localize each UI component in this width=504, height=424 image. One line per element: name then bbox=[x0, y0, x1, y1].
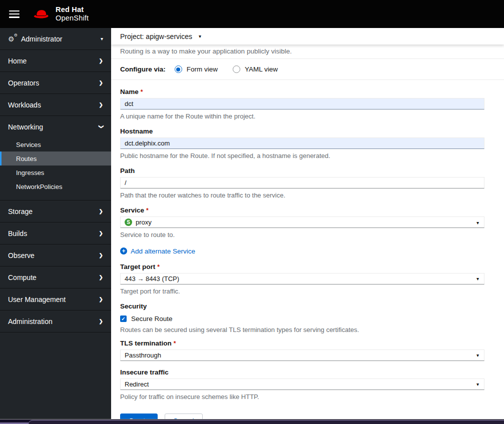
project-selector[interactable]: Project: apigw-services ▾ bbox=[111, 28, 504, 44]
sidebar-item-ingresses[interactable]: Ingresses bbox=[0, 166, 111, 180]
radio-yaml-view[interactable]: YAML view bbox=[233, 66, 278, 73]
checkbox-checked-icon[interactable]: ✓ bbox=[120, 316, 127, 322]
chevron-right-icon: ❯ bbox=[99, 102, 103, 108]
tls-termination-select-value: Passthrough bbox=[125, 352, 161, 359]
configure-via-label: Configure via: bbox=[120, 66, 166, 73]
insecure-traffic-select-value: Redirect bbox=[125, 380, 149, 388]
chevron-right-icon: ❯ bbox=[99, 252, 103, 258]
nav-toggle-hamburger-icon[interactable] bbox=[9, 10, 20, 18]
required-asterisk: * bbox=[141, 88, 143, 96]
service-help: Service to route to. bbox=[120, 231, 484, 238]
tls-termination-label: TLS termination * bbox=[120, 340, 484, 347]
sidebar-item-compute[interactable]: Compute ❯ bbox=[0, 266, 111, 288]
brand-name-line2: OpenShift bbox=[56, 14, 89, 22]
brand-name-line1: Red Hat bbox=[56, 6, 89, 14]
sidebar-item-services[interactable]: Services bbox=[0, 138, 111, 152]
tls-termination-field-group: TLS termination * Passthrough ▾ bbox=[120, 340, 484, 361]
insecure-traffic-select[interactable]: Redirect ▾ bbox=[120, 378, 484, 390]
sidebar-item-storage[interactable]: Storage ❯ bbox=[0, 200, 111, 222]
sidebar-item-observe[interactable]: Observe ❯ bbox=[0, 244, 111, 266]
required-asterisk: * bbox=[157, 264, 160, 270]
caret-down-icon: ▾ bbox=[199, 34, 201, 39]
target-port-field-group: Target port * 443 → 8443 (TCP) ▾ Target … bbox=[120, 263, 484, 295]
perspective-switcher-administrator[interactable]: ⚙ ⚙ Administrator ▾ bbox=[0, 28, 111, 50]
service-select[interactable]: S proxy ▾ bbox=[120, 216, 484, 228]
page-description: Routing is a way to make your applicatio… bbox=[111, 44, 504, 59]
sidebar-item-routes[interactable]: Routes bbox=[0, 152, 111, 166]
chevron-down-icon: ❯ bbox=[98, 124, 104, 128]
chevron-right-icon: ❯ bbox=[99, 318, 103, 324]
window-bottom-edge bbox=[0, 419, 504, 424]
sidebar-item-workloads[interactable]: Workloads ❯ bbox=[0, 94, 111, 116]
caret-down-icon: ▾ bbox=[476, 220, 479, 225]
name-label: Name * bbox=[120, 88, 484, 96]
chevron-right-icon: ❯ bbox=[99, 230, 103, 236]
name-field-group: Name * A unique name for the Route withi… bbox=[120, 88, 484, 120]
sidebar-item-builds[interactable]: Builds ❯ bbox=[0, 222, 111, 244]
main-content: Project: apigw-services ▾ Routing is a w… bbox=[111, 28, 504, 419]
hostname-input[interactable] bbox=[120, 138, 484, 149]
chevron-right-icon: ❯ bbox=[99, 296, 103, 302]
red-hat-fedora-icon bbox=[33, 8, 51, 20]
target-port-label: Target port * bbox=[120, 263, 484, 270]
networking-subnav: Services Routes Ingresses NetworkPolicie… bbox=[0, 138, 111, 200]
required-asterisk: * bbox=[174, 340, 176, 347]
service-label: Service * bbox=[120, 206, 484, 214]
sidebar-item-home[interactable]: Home ❯ bbox=[0, 50, 111, 72]
radio-selected-icon bbox=[175, 66, 182, 73]
insecure-traffic-help: Policy for traffic on insecure schemes l… bbox=[120, 393, 484, 400]
perspective-label: Administrator bbox=[21, 35, 62, 43]
sidebar-item-operators[interactable]: Operators ❯ bbox=[0, 72, 111, 94]
gears-icon: ⚙ ⚙ bbox=[8, 35, 17, 42]
security-help: Routes can be secured using several TLS … bbox=[120, 326, 484, 334]
masthead: Red Hat OpenShift bbox=[0, 0, 504, 28]
chevron-right-icon: ❯ bbox=[99, 58, 103, 64]
service-resource-badge-icon: S bbox=[125, 218, 132, 226]
name-input[interactable] bbox=[120, 98, 484, 110]
sidebar-nav: ⚙ ⚙ Administrator ▾ Home ❯ Operators ❯ W… bbox=[0, 28, 111, 419]
secure-route-checkbox-row[interactable]: ✓ Secure Route bbox=[120, 315, 484, 322]
caret-down-icon: ▾ bbox=[476, 382, 479, 387]
security-section: Security ✓ Secure Route Routes can be se… bbox=[120, 302, 484, 334]
plus-circle-icon: + bbox=[120, 248, 127, 254]
path-field-group: Path Path that the router watches to rou… bbox=[120, 167, 484, 199]
name-help: A unique name for the Route within the p… bbox=[120, 112, 484, 120]
security-label: Security bbox=[120, 302, 484, 310]
add-alternate-service-link[interactable]: + Add alternate Service bbox=[120, 248, 195, 255]
service-field-group: Service * S proxy ▾ Service to route to. bbox=[120, 206, 484, 238]
hostname-field-group: Hostname Public hostname for the Route. … bbox=[120, 128, 484, 160]
required-asterisk: * bbox=[146, 207, 149, 214]
radio-unselected-icon bbox=[233, 66, 240, 73]
secure-route-label: Secure Route bbox=[131, 315, 173, 322]
form-actions: Create Cancel bbox=[120, 414, 484, 420]
caret-down-icon: ▾ bbox=[476, 276, 479, 282]
tls-termination-select[interactable]: Passthrough ▾ bbox=[120, 350, 484, 361]
cancel-button[interactable]: Cancel bbox=[165, 414, 203, 420]
path-label: Path bbox=[120, 167, 484, 174]
chevron-right-icon: ❯ bbox=[99, 208, 103, 214]
target-port-select-value: 443 → 8443 (TCP) bbox=[125, 275, 179, 282]
target-port-select[interactable]: 443 → 8443 (TCP) ▾ bbox=[120, 273, 484, 284]
service-select-value: proxy bbox=[136, 218, 152, 226]
sidebar-item-networkpolicies[interactable]: NetworkPolicies bbox=[0, 180, 111, 194]
target-port-help: Target port for traffic. bbox=[120, 288, 484, 295]
sidebar-item-networking[interactable]: Networking ❯ bbox=[0, 116, 111, 138]
brand-logo: Red Hat OpenShift bbox=[33, 6, 89, 22]
insecure-traffic-label: Insecure traffic bbox=[120, 368, 484, 376]
chevron-right-icon: ❯ bbox=[99, 80, 103, 86]
path-help: Path that the router watches to route tr… bbox=[120, 192, 484, 199]
hostname-help: Public hostname for the Route. If not sp… bbox=[120, 152, 484, 160]
radio-form-view[interactable]: Form view bbox=[175, 66, 218, 73]
create-button[interactable]: Create bbox=[120, 414, 158, 420]
path-input[interactable] bbox=[120, 177, 484, 188]
create-route-form: Name * A unique name for the Route withi… bbox=[111, 80, 504, 419]
hostname-label: Hostname bbox=[120, 128, 484, 135]
caret-down-icon: ▾ bbox=[101, 36, 103, 42]
project-selector-label: Project: apigw-services bbox=[120, 32, 192, 40]
sidebar-item-administration[interactable]: Administration ❯ bbox=[0, 310, 111, 332]
configure-via-row: Configure via: Form view YAML view bbox=[111, 59, 504, 80]
insecure-traffic-field-group: Insecure traffic Redirect ▾ Policy for t… bbox=[120, 368, 484, 400]
caret-down-icon: ▾ bbox=[476, 352, 479, 358]
sidebar-item-user-management[interactable]: User Management ❯ bbox=[0, 288, 111, 310]
chevron-right-icon: ❯ bbox=[99, 274, 103, 280]
